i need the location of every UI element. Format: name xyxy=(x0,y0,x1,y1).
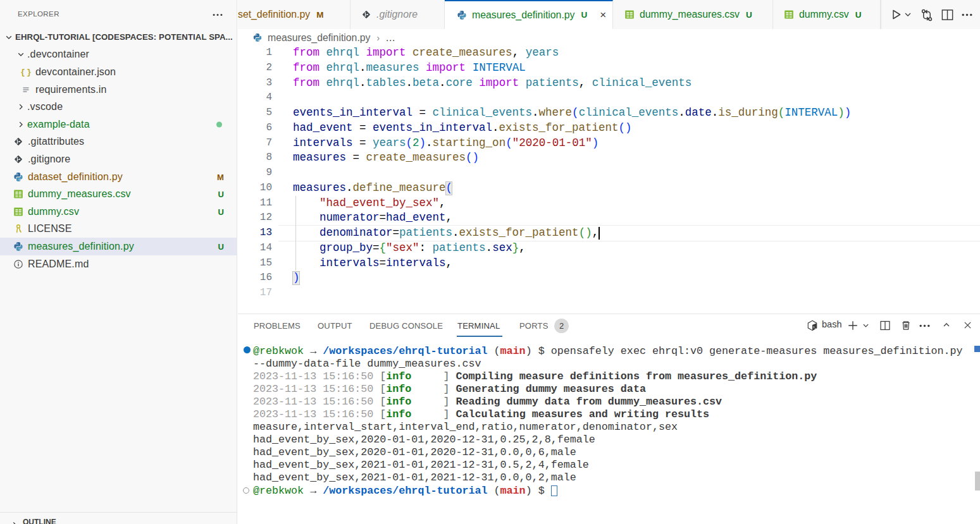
svg-text:{ }: { } xyxy=(21,68,31,77)
